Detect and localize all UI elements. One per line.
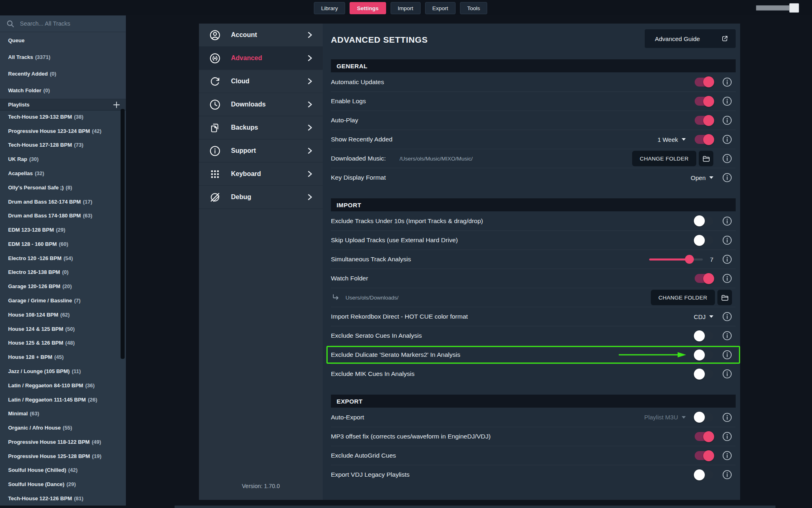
sidebar-item-all-tracks[interactable]: All Tracks(3371) — [0, 49, 126, 65]
info-icon[interactable] — [722, 115, 732, 125]
settings-nav-label: Keyboard — [231, 170, 261, 178]
playlist-item[interactable]: Drum and Bass 174-180 BPM(63) — [0, 208, 126, 223]
playlist-item[interactable]: House 125 & 126 BPM(48) — [0, 336, 126, 350]
dropdown-select[interactable]: 1 Week — [657, 136, 686, 143]
toggle-on[interactable] — [695, 451, 713, 460]
info-icon[interactable] — [722, 96, 732, 106]
chevron-down-icon — [709, 176, 713, 179]
settings-nav-item-advanced[interactable]: Advanced — [199, 47, 323, 70]
settings-nav-item-keyboard[interactable]: Keyboard — [199, 163, 323, 186]
playlist-item[interactable]: Electro 120 -126 BPM(54) — [0, 251, 126, 265]
analysis-slider[interactable] — [649, 258, 703, 261]
toggle-on[interactable] — [695, 97, 713, 106]
sidebar-item-queue[interactable]: Queue — [0, 32, 126, 49]
playlist-count: (30) — [29, 156, 39, 162]
playlist-item[interactable]: Minimal(63) — [0, 406, 126, 421]
dropdown-select[interactable]: CDJ — [694, 313, 713, 320]
playlist-item[interactable]: Drum and Bass 162-174 BPM(17) — [0, 195, 126, 209]
toggle-on[interactable] — [695, 274, 713, 283]
playlist-item[interactable]: Progressive House 118-122 BPM(49) — [0, 435, 126, 449]
playlist-item[interactable]: House 124 & 125 BPM(50) — [0, 322, 126, 336]
playlist-item[interactable]: Progressive House 123-124 BPM(42) — [0, 124, 126, 138]
main-tab-settings[interactable]: Settings — [350, 2, 386, 14]
settings-nav-item-support[interactable]: Support — [199, 139, 323, 163]
playlist-item[interactable]: House 128 + BPM(45) — [0, 350, 126, 364]
info-icon[interactable] — [722, 216, 732, 226]
info-icon[interactable] — [722, 235, 732, 245]
sidebar-item-watch-folder[interactable]: Watch Folder(0) — [0, 82, 126, 99]
playlist-item[interactable]: Acapellas(32) — [0, 166, 126, 180]
toggle-off[interactable] — [695, 350, 713, 359]
settings-nav-item-cloud[interactable]: Cloud — [199, 70, 323, 93]
playlist-count: (0) — [62, 269, 69, 275]
toggle-on[interactable] — [695, 78, 713, 87]
toggle-off[interactable] — [695, 470, 713, 479]
account-icon — [209, 30, 220, 41]
playlist-item[interactable]: Olly's Personal Safe ;)(8) — [0, 180, 126, 195]
playlist-item[interactable]: Garage 120-126 BPM(20) — [0, 279, 126, 293]
playlist-item[interactable]: EDM 128 - 160 BPM(60) — [0, 237, 126, 251]
dropdown-select[interactable]: Open — [691, 174, 713, 181]
folder-icon[interactable] — [717, 290, 732, 305]
playlist-item[interactable]: House 108-124 BPM(62) — [0, 308, 126, 322]
playlist-item[interactable]: Tech-House 129-132 BPM(38) — [0, 110, 126, 124]
playlist-item[interactable]: EDM 123-128 BPM(29) — [0, 223, 126, 237]
change-folder-button[interactable]: CHANGE FOLDER — [651, 290, 715, 305]
playlist-name: EDM 128 - 160 BPM — [8, 241, 57, 247]
info-icon[interactable] — [722, 331, 732, 341]
main-tab-library[interactable]: Library — [314, 2, 345, 14]
info-icon[interactable] — [722, 254, 732, 264]
playlist-item[interactable]: Latin / Reggaeton 84-110 BPM(36) — [0, 378, 126, 393]
info-icon[interactable] — [722, 412, 732, 422]
folder-icon[interactable] — [699, 151, 713, 166]
sidebar-item-count: (3371) — [35, 54, 50, 60]
toggle-off[interactable] — [695, 331, 713, 340]
playlist-item[interactable]: Tech-House 122-126 BPM(81) — [0, 491, 126, 506]
playlist-item[interactable]: Tech-House 127-128 BPM(73) — [0, 138, 126, 152]
main-tab-export[interactable]: Export — [425, 2, 456, 14]
dropdown-select[interactable]: Playlist M3U — [644, 414, 686, 421]
settings-nav-item-downloads[interactable]: Downloads — [199, 93, 323, 116]
change-folder-button[interactable]: CHANGE FOLDER — [632, 151, 696, 166]
playlist-count: (36) — [85, 382, 95, 389]
playlist-item[interactable]: Electro 126-138 BPM(0) — [0, 265, 126, 280]
info-icon[interactable] — [722, 77, 732, 87]
settings-nav-item-backups[interactable]: Backups — [199, 116, 323, 139]
playlist-item[interactable]: Soulful House (Chilled)(42) — [0, 463, 126, 478]
info-icon[interactable] — [722, 451, 732, 460]
info-icon[interactable] — [722, 369, 732, 379]
info-icon[interactable] — [722, 350, 732, 360]
toggle-off[interactable] — [695, 236, 713, 245]
info-icon[interactable] — [722, 432, 732, 441]
info-icon[interactable] — [722, 135, 732, 144]
playlist-item[interactable]: Organic / Afro House(55) — [0, 421, 126, 435]
info-icon[interactable] — [722, 173, 732, 182]
toggle-off[interactable] — [695, 413, 713, 422]
playlist-item[interactable]: Soulful House (Dance)(29) — [0, 477, 126, 491]
main-tab-tools[interactable]: Tools — [460, 2, 488, 14]
settings-nav-item-account[interactable]: Account — [199, 24, 323, 47]
playlist-item[interactable]: UK Rap(30) — [0, 152, 126, 166]
toggle-on[interactable] — [695, 135, 713, 144]
search-input[interactable] — [19, 20, 121, 27]
playlist-item[interactable]: Progressive House 125-128 BPM(19) — [0, 449, 126, 463]
playlist-item[interactable]: Garage / Grime / Bassline(7) — [0, 293, 126, 308]
playlist-item[interactable]: Latin / Reggaeton 111-145 BPM(26) — [0, 393, 126, 407]
sidebar-item-recently-added[interactable]: Recently Added(0) — [0, 65, 126, 82]
volume-slider-handle[interactable] — [789, 3, 799, 13]
main-tab-import[interactable]: Import — [391, 2, 421, 14]
toggle-off[interactable] — [695, 369, 713, 378]
toggle-on[interactable] — [695, 432, 713, 441]
playlist-item[interactable]: Jazz / Lounge (105 BPM)(11) — [0, 364, 126, 378]
sidebar-scrollbar-thumb[interactable] — [121, 109, 125, 359]
toggle-off[interactable] — [695, 217, 713, 226]
info-icon[interactable] — [722, 312, 732, 321]
slider-handle[interactable] — [685, 255, 694, 264]
settings-nav-item-debug[interactable]: Debug — [199, 186, 323, 209]
info-icon[interactable] — [722, 274, 732, 283]
plus-icon[interactable] — [113, 101, 120, 109]
info-icon[interactable] — [722, 470, 732, 480]
info-icon[interactable] — [722, 154, 732, 163]
toggle-on[interactable] — [695, 116, 713, 125]
advanced-guide-button[interactable]: Advanced Guide — [645, 29, 736, 48]
